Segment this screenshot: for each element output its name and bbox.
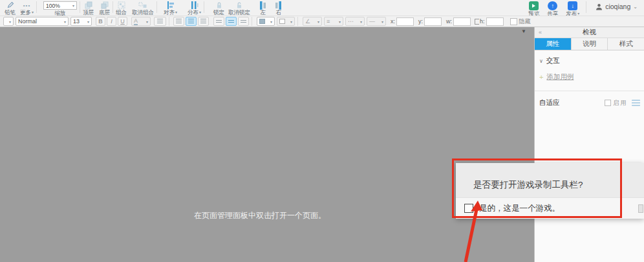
cloud-upload-icon: ↑: [548, 1, 557, 10]
share-button[interactable]: ↑ 共享: [547, 0, 558, 17]
valign-bottom-icon: [241, 20, 246, 23]
hide-label: 隐藏: [519, 17, 531, 26]
font-style-dropdown[interactable]: Normal▾: [16, 17, 69, 26]
font-size-value: 13: [73, 18, 80, 25]
y-label: y:: [418, 18, 423, 25]
send-to-back-button[interactable]: 底层: [99, 0, 110, 16]
inspector-title: 检视: [535, 28, 644, 37]
adaptive-label: 自适应: [539, 98, 560, 107]
link-dimensions-icon[interactable]: [475, 19, 479, 25]
download-icon: ↓: [568, 1, 577, 10]
caret-down-icon: ▾: [85, 19, 89, 24]
valign-top-button[interactable]: [213, 17, 224, 26]
unlock-icon: [235, 1, 244, 9]
more-label: 更多: [20, 10, 31, 16]
style-preset-dropdown[interactable]: ▾: [3, 17, 14, 26]
border-color-dropdown[interactable]: ∠▾: [303, 17, 322, 26]
play-icon: [529, 1, 539, 10]
toolbar-separator: [586, 1, 586, 13]
font-color-dropdown[interactable]: A▾: [131, 17, 151, 26]
canvas-options-chevron-icon[interactable]: ▼: [521, 28, 526, 34]
interactions-section-header[interactable]: ∨ 交互: [539, 56, 644, 65]
dialog-title-area: 是否要打开游戏录制工具栏?: [456, 163, 644, 197]
unlock-label: 取消锁定: [228, 10, 250, 16]
align-left-icon: [176, 19, 182, 24]
left-label: 左: [261, 10, 266, 16]
border-width-dropdown[interactable]: ≡▾: [324, 17, 343, 26]
yes-this-is-a-game-checkbox[interactable]: [464, 204, 473, 213]
caret-down-icon: ▾: [72, 3, 74, 8]
account-menu[interactable]: cioqiang ⌄: [596, 3, 638, 10]
lock-button[interactable]: 锁定: [213, 0, 224, 16]
chevron-down-icon: ∨: [539, 58, 543, 64]
y-input[interactable]: [424, 17, 442, 26]
x-input[interactable]: [396, 17, 414, 26]
preview-button[interactable]: 预览: [528, 0, 539, 17]
toolbar-separator: [169, 17, 169, 26]
italic-button[interactable]: I: [107, 17, 116, 26]
add-case-link[interactable]: + 添加用例: [539, 72, 644, 82]
line-spacing-button[interactable]: [154, 17, 166, 26]
valign-bottom-button[interactable]: [238, 17, 249, 26]
pencil-tool-button[interactable]: 铅笔: [5, 0, 16, 16]
manage-adaptive-views-icon[interactable]: [632, 100, 640, 106]
align-text-center-button[interactable]: [186, 17, 197, 26]
fill-color-swatch: [259, 19, 265, 24]
group-label: 组合: [116, 10, 127, 16]
bring-to-front-button[interactable]: 顶层: [83, 0, 94, 16]
underline-button[interactable]: U: [118, 17, 127, 26]
arrow-style-icon: —: [369, 18, 375, 25]
panel-divider: [535, 91, 644, 91]
distribute-button[interactable]: 分布▾: [188, 0, 201, 16]
tab-notes[interactable]: 说明: [572, 38, 608, 50]
caret-down-icon: ▾: [288, 19, 292, 24]
chevron-down-icon: ⌄: [633, 4, 638, 10]
distribute-icon: [191, 1, 199, 9]
caret-down-icon: ▾: [268, 19, 272, 24]
inspector-panel: « 检视 属性 说明 样式 ∨ 交互 + 添加用例 自适应 启用: [534, 27, 644, 262]
ungroup-icon: [138, 1, 147, 9]
align-center-icon: [188, 19, 194, 24]
arrow-style-dropdown[interactable]: —▾: [367, 17, 386, 26]
ellipsis-icon: •••: [23, 1, 30, 9]
user-icon: [596, 3, 603, 10]
border-style-dropdown[interactable]: ⋯▾: [345, 17, 365, 26]
fill-color-dropdown[interactable]: ▾: [257, 17, 275, 26]
caret-down-icon: ▾: [316, 19, 319, 24]
valign-top-icon: [216, 20, 222, 23]
caret-down-icon: ▾: [175, 10, 177, 16]
design-canvas[interactable]: [0, 27, 534, 262]
opacity-dropdown[interactable]: ▾: [277, 17, 295, 26]
publish-button[interactable]: ↓ 发布▾: [566, 0, 579, 17]
collapse-panel-icon[interactable]: «: [539, 29, 542, 36]
toolbar-separator: [113, 1, 113, 13]
font-size-dropdown[interactable]: 13▾: [70, 17, 92, 26]
bold-button[interactable]: B: [96, 17, 105, 26]
inspector-tabs: 属性 说明 样式: [535, 38, 644, 50]
group-button[interactable]: 组合: [116, 0, 127, 16]
more-button[interactable]: ••• 更多▾: [20, 0, 34, 16]
caret-down-icon: ▾: [358, 19, 362, 24]
game-bar-dialog: 是否要打开游戏录制工具栏? 是的，这是一个游戏。: [456, 163, 644, 219]
align-right-edge-button[interactable]: 右: [275, 0, 283, 16]
enable-adaptive-checkbox[interactable]: [605, 100, 611, 106]
caret-down-icon: ▾: [144, 19, 148, 24]
zoom-dropdown[interactable]: 100%▾: [43, 1, 77, 10]
w-input[interactable]: [453, 17, 471, 26]
unlock-button[interactable]: 取消锁定: [228, 0, 250, 16]
hide-checkbox[interactable]: [510, 18, 517, 25]
format-toolbar: ▾ Normal▾ 13▾ B I U A▾ ▾ ▾ ∠▾ ≡▾ ⋯▾ —▾ x…: [0, 16, 644, 27]
tab-properties[interactable]: 属性: [535, 38, 572, 50]
align-button[interactable]: 对齐▾: [164, 0, 177, 16]
ungroup-button[interactable]: 取消组合: [132, 0, 154, 16]
align-text-left-button[interactable]: [173, 17, 184, 26]
pencil-label: 铅笔: [5, 10, 16, 16]
h-input[interactable]: [486, 17, 504, 26]
valign-middle-button[interactable]: [226, 17, 237, 26]
dialog-checkbox-row: 是的，这是一个游戏。: [456, 197, 644, 219]
align-text-right-button[interactable]: [198, 17, 209, 26]
tab-style[interactable]: 样式: [608, 38, 644, 50]
zoom-control: 100%▾ 缩放: [43, 0, 77, 16]
align-left-edge-button[interactable]: 左: [259, 0, 267, 16]
adaptive-section: 自适应 启用: [539, 98, 640, 107]
